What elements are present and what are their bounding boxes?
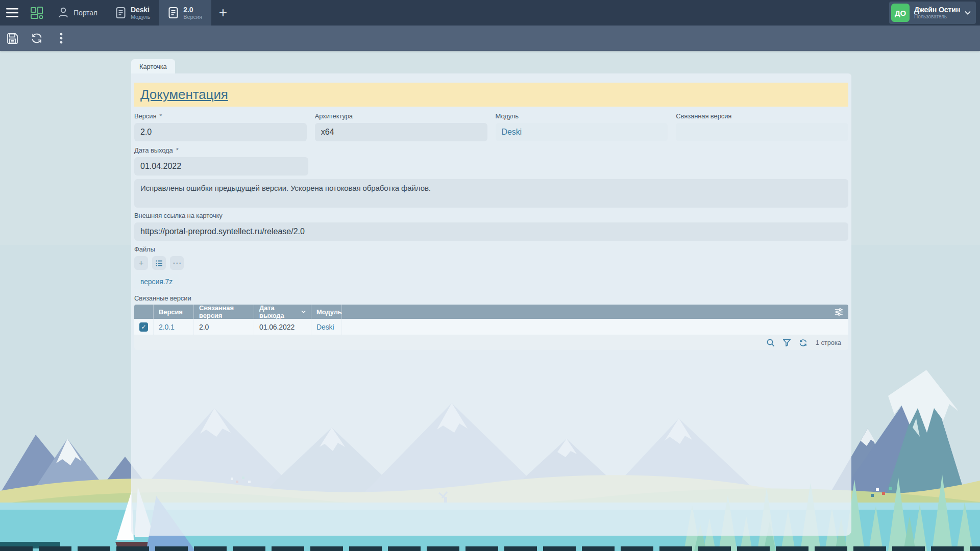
tab-portal[interactable]: Портал [49, 0, 107, 26]
module-label: Модуль [496, 112, 668, 120]
plus-icon: + [219, 5, 227, 21]
tab-card[interactable]: Карточка [131, 59, 175, 73]
row-version-link[interactable]: 2.0.1 [159, 323, 175, 331]
related-versions-label: Связанные версии [134, 294, 848, 302]
file-more-button[interactable]: ⋯ [170, 256, 184, 270]
tab-label: Портал [74, 9, 97, 17]
dashboard-button[interactable] [24, 0, 49, 26]
field-version: Версия* [134, 112, 307, 141]
row-related-version: 2.0 [194, 319, 254, 335]
architecture-label: Архитектура [315, 112, 487, 120]
related-version-input[interactable] [676, 123, 848, 141]
module-input[interactable]: Deski [496, 123, 668, 141]
list-icon [156, 260, 163, 266]
release-date-input[interactable] [134, 157, 308, 176]
related-versions-table: Версия Связанная версия Дата выхода Моду… [134, 305, 848, 350]
sliders-icon [835, 308, 843, 316]
chevron-down-icon [965, 11, 971, 15]
tab-sublabel: Версия [183, 14, 202, 20]
tab-label: 2.0 [183, 6, 202, 14]
files-label: Файлы [134, 245, 848, 253]
architecture-input[interactable] [315, 123, 487, 141]
user-role: Пользователь [914, 14, 960, 20]
more-button[interactable] [49, 26, 74, 51]
new-tab-button[interactable]: + [211, 0, 235, 26]
bottom-edge-pattern [0, 546, 980, 551]
tab-label: Deski [131, 6, 150, 14]
table-footer: 1 строка [134, 335, 848, 350]
description-textarea[interactable]: Исправлены ошибки предыдущей версии. Уск… [134, 179, 848, 208]
file-item[interactable]: версия.7z [134, 274, 179, 289]
tab-sublabel: Модуль [131, 14, 150, 20]
row-module-link[interactable]: Deski [316, 323, 334, 331]
card-title-link[interactable]: Документация [140, 87, 228, 103]
check-icon: ✓ [141, 323, 146, 331]
card-icon [116, 7, 126, 19]
file-name: версия.7z [140, 278, 173, 286]
version-label: Версия [134, 112, 156, 120]
refresh-button[interactable] [24, 26, 49, 51]
dashboard-grid-icon [30, 6, 43, 19]
row-release-date: 01.06.2022 [254, 319, 311, 335]
save-button[interactable] [0, 26, 24, 51]
file-list-view-button[interactable] [152, 256, 166, 270]
search-icon [767, 339, 775, 347]
ellipsis-icon: ⋯ [173, 258, 181, 268]
related-version-label: Связанная версия [676, 112, 848, 120]
card-toolbar [0, 26, 980, 51]
user-menu[interactable]: ДО Джейн Остин Пользователь [889, 2, 976, 24]
table-settings-button[interactable] [342, 305, 848, 319]
table-row[interactable]: ✓ 2.0.1 2.0 01.06.2022 Deski [134, 319, 848, 335]
top-bar: Портал Deski Модуль 2.0 Версия + ДО Джей… [0, 0, 980, 26]
refresh-icon [799, 339, 807, 347]
field-architecture: Архитектура [315, 112, 487, 141]
tab-deski[interactable]: Deski Модуль [107, 0, 159, 26]
sort-desc-icon [301, 310, 306, 313]
fields-row: Версия* Архитектура Модуль Deski Связанн… [134, 112, 848, 141]
plus-icon: + [139, 258, 144, 268]
user-name: Джейн Остин [914, 6, 960, 14]
table-refresh-button[interactable] [799, 339, 807, 347]
column-release-date[interactable]: Дата выхода [254, 305, 311, 319]
avatar: ДО [891, 4, 910, 22]
title-banner: Документация [134, 83, 848, 107]
required-marker: * [159, 112, 162, 120]
table-header: Версия Связанная версия Дата выхода Моду… [134, 305, 848, 319]
column-version[interactable]: Версия [154, 305, 194, 319]
user-icon [58, 7, 68, 18]
menu-button[interactable] [0, 0, 24, 26]
row-checkbox[interactable]: ✓ [139, 322, 148, 332]
external-link-input[interactable] [134, 222, 848, 241]
floppy-icon [7, 33, 18, 44]
filter-funnel-icon [783, 339, 791, 346]
table-search-button[interactable] [767, 339, 775, 347]
tab-version-active[interactable]: 2.0 Версия [159, 0, 211, 26]
kebab-icon [60, 33, 63, 44]
column-module[interactable]: Модуль [311, 305, 342, 319]
column-related-version[interactable]: Связанная версия [194, 305, 254, 319]
field-related-version: Связанная версия [676, 112, 848, 141]
table-filter-button[interactable] [783, 339, 791, 346]
required-marker: * [176, 146, 179, 154]
version-input[interactable] [134, 123, 307, 141]
card-icon [168, 7, 178, 19]
row-count: 1 строка [816, 339, 841, 346]
field-module: Модуль Deski [496, 112, 668, 141]
module-value-link[interactable]: Deski [502, 128, 522, 137]
field-release-date: Дата выхода* [134, 146, 308, 176]
hamburger-icon [6, 8, 18, 17]
select-column-header[interactable] [134, 305, 154, 319]
files-toolbar: + ⋯ [134, 256, 848, 270]
external-link-label: Внешняя ссылка на карточку [134, 212, 848, 220]
release-date-label: Дата выхода [134, 146, 173, 154]
refresh-icon [31, 33, 43, 44]
card-area: Карточка Документация Версия* Архитектур… [131, 59, 851, 536]
card-panel: Документация Версия* Архитектура Модуль … [131, 73, 851, 536]
add-file-button[interactable]: + [134, 256, 148, 270]
